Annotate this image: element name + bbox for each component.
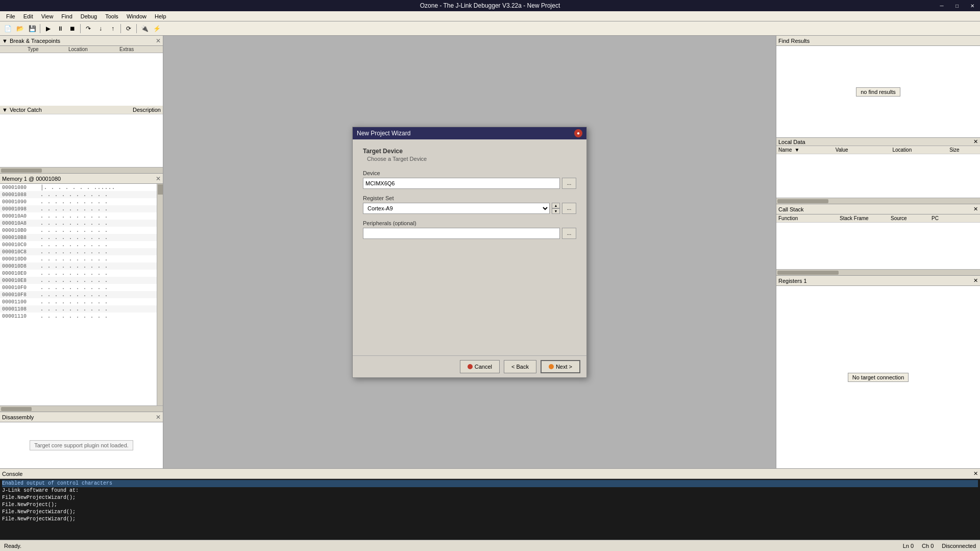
maximize-button[interactable]: □ xyxy=(949,0,965,11)
mem-data: . . . . . . . . . . xyxy=(40,228,155,233)
wizard-register-browse[interactable]: ... xyxy=(562,203,576,214)
mem-addr: 000010D8 xyxy=(2,263,40,269)
wizard-device-browse[interactable]: ... xyxy=(562,178,576,189)
wizard-close-button[interactable]: ● xyxy=(574,129,582,137)
mem-addr: 000010C0 xyxy=(2,242,40,248)
vector-catch-expand[interactable]: ▼ xyxy=(2,107,8,113)
menu-edit[interactable]: Edit xyxy=(19,12,37,20)
breakpoints-hscroll[interactable] xyxy=(0,167,163,173)
vector-catch-content xyxy=(0,114,163,167)
registers-close[interactable]: ✕ xyxy=(973,277,978,284)
vector-catch-desc: Description xyxy=(133,107,161,113)
wizard-cancel-button[interactable]: Cancel xyxy=(460,360,500,373)
toolbar-sep3 xyxy=(120,24,121,33)
spin-up[interactable]: ▲ xyxy=(552,203,560,208)
wizard-titlebar: New Project Wizard ● xyxy=(353,127,586,139)
mem-addr: 000010E0 xyxy=(2,271,40,276)
wizard-device-group: Device ... xyxy=(363,170,576,189)
breakpoints-expand-icon[interactable]: ▼ xyxy=(2,38,8,44)
memory-vscroll[interactable] xyxy=(157,184,163,405)
wizard-register-select[interactable]: Cortex-A9 xyxy=(363,203,550,214)
local-col-name: Name ▼ xyxy=(778,147,836,153)
mem-data: . . . . . . . . . . xyxy=(40,221,155,226)
local-col-sort-icon[interactable]: ▼ xyxy=(794,147,799,153)
wizard-device-input[interactable] xyxy=(363,178,560,189)
console-close[interactable]: ✕ xyxy=(973,470,978,477)
mem-data: . . . . . . . . . . xyxy=(40,292,155,298)
status-connection: Disconnected xyxy=(942,543,976,549)
bp-col-location: Location xyxy=(68,46,119,52)
cs-col-pc: PC xyxy=(932,215,978,221)
no-target-button[interactable]: No target connection xyxy=(848,373,909,382)
no-results-button[interactable]: no find results xyxy=(856,87,900,97)
hscroll-local xyxy=(777,199,828,203)
mem-addr: 000010B8 xyxy=(2,235,40,241)
cs-col-stackframe: Stack Frame xyxy=(840,215,891,221)
wizard-title: New Project Wizard xyxy=(357,130,410,137)
local-data-header: Local Data ✕ xyxy=(776,138,980,146)
window-title: Ozone - The J-Link Debugger V3.22a - New… xyxy=(420,2,560,9)
toolbar-stop[interactable]: ⏹ xyxy=(67,23,78,34)
menu-view[interactable]: View xyxy=(37,12,58,20)
toolbar-save[interactable]: 💾 xyxy=(27,23,38,34)
toolbar-new[interactable]: 📄 xyxy=(2,23,13,34)
minimize-button[interactable]: ─ xyxy=(934,0,949,11)
wizard-register-row: Cortex-A9 ▲ ▼ ... xyxy=(363,203,576,214)
local-data-hscroll[interactable] xyxy=(776,198,980,204)
call-stack-hscroll[interactable] xyxy=(776,269,980,275)
menu-help[interactable]: Help xyxy=(151,12,170,20)
mem-data: . . . . . . . . . . xyxy=(40,242,155,248)
window-close-button[interactable]: ✕ xyxy=(965,0,980,11)
wizard-spacer xyxy=(363,245,576,347)
disassembly-message: Target core support plugin not loaded. xyxy=(30,440,133,450)
menu-window[interactable]: Window xyxy=(122,12,151,20)
menu-tools[interactable]: Tools xyxy=(101,12,122,20)
memory-row: 00001080│. . . . . . . ...... xyxy=(0,184,157,191)
toolbar-connect[interactable]: 🔌 xyxy=(139,23,150,34)
breakpoints-panel: ▼ Break & Tracepoints ✕ Type Location Ex… xyxy=(0,36,163,174)
wizard-back-button[interactable]: < Back xyxy=(504,360,536,373)
toolbar-step-into[interactable]: ↓ xyxy=(95,23,106,34)
memory-row: 00001088. . . . . . . . . . xyxy=(0,191,157,198)
local-data-title: Local Data xyxy=(778,139,805,145)
breakpoints-content xyxy=(0,53,163,106)
console-line: J-Link software found at: xyxy=(2,487,978,494)
toolbar-step-out[interactable]: ↑ xyxy=(107,23,118,34)
local-data-close[interactable]: ✕ xyxy=(973,138,978,145)
mem-data: . . . . . . . . . . xyxy=(40,285,155,291)
mem-addr: 00001108 xyxy=(2,306,40,312)
console-content[interactable]: Enabled output of control charactersJ-Li… xyxy=(0,479,980,540)
disassembly-close-button[interactable]: ✕ xyxy=(156,414,161,421)
toolbar-open[interactable]: 📂 xyxy=(14,23,26,34)
status-right: Ln 0 Ch 0 Disconnected xyxy=(903,543,976,549)
memory-hscroll[interactable] xyxy=(0,405,163,412)
cs-col-function: Function xyxy=(778,215,840,221)
vector-catch-label: Vector Catch xyxy=(10,107,42,113)
menu-file[interactable]: File xyxy=(2,12,19,20)
mem-addr: 00001090 xyxy=(2,199,40,205)
left-panel: ▼ Break & Tracepoints ✕ Type Location Ex… xyxy=(0,36,163,468)
menu-find[interactable]: Find xyxy=(57,12,76,20)
toolbar-reset[interactable]: ⟳ xyxy=(123,23,134,34)
wizard-peripherals-browse[interactable]: ... xyxy=(562,228,576,239)
modal-overlay: New Project Wizard ● Target Device Choos… xyxy=(163,36,776,468)
wizard-next-button[interactable]: Next > xyxy=(541,360,580,373)
mem-data: . . . . . . . . . . xyxy=(40,213,155,219)
memory-close-button[interactable]: ✕ xyxy=(156,175,161,182)
status-bar: Ready. Ln 0 Ch 0 Disconnected xyxy=(0,540,980,551)
spin-down[interactable]: ▼ xyxy=(552,208,560,214)
toolbar-run[interactable]: ▶ xyxy=(42,23,54,34)
breakpoints-header: ▼ Break & Tracepoints ✕ xyxy=(0,36,163,46)
local-col-size: Size xyxy=(949,147,978,153)
memory-row: 00001100. . . . . . . . . . xyxy=(0,298,157,305)
breakpoints-close-button[interactable]: ✕ xyxy=(156,37,161,44)
local-data-panel: Local Data ✕ Name ▼ Value Location Size xyxy=(776,138,980,204)
menu-debug[interactable]: Debug xyxy=(77,12,101,20)
memory-content[interactable]: 00001080│. . . . . . . ......00001088. .… xyxy=(0,184,157,405)
toolbar-disconnect[interactable]: ⚡ xyxy=(151,23,162,34)
memory-row: 000010D0. . . . . . . . . . xyxy=(0,255,157,262)
toolbar-pause[interactable]: ⏸ xyxy=(55,23,66,34)
toolbar-step-over[interactable]: ↷ xyxy=(83,23,94,34)
wizard-peripherals-input[interactable] xyxy=(363,228,560,239)
call-stack-close[interactable]: ✕ xyxy=(973,206,978,212)
